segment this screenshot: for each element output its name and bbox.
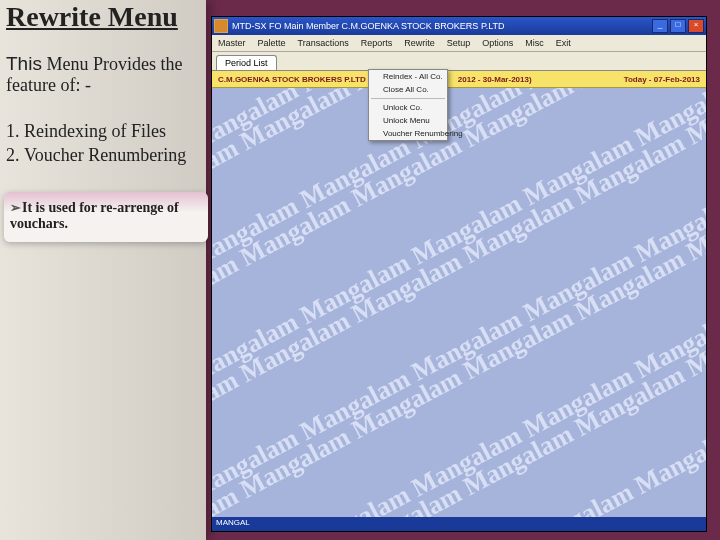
- menubar[interactable]: Master Palette Transactions Reports Rewr…: [212, 35, 706, 52]
- maximize-button[interactable]: □: [670, 19, 686, 33]
- app-screenshot: Mangalam Mangalam Mangalam Mangalam Mang…: [211, 16, 707, 532]
- menuitem-unlock-co[interactable]: Unlock Co.: [369, 101, 447, 114]
- bullet-arrow-icon: ➢: [10, 200, 21, 215]
- feature-list: Reindexing of Files Voucher Renumbering: [6, 121, 198, 165]
- menu-separator: [371, 98, 445, 99]
- minimize-button[interactable]: _: [652, 19, 668, 33]
- status-text: MANGAL: [216, 518, 250, 527]
- menuitem-unlock-menu[interactable]: Unlock Menu: [369, 114, 447, 127]
- menu-palette[interactable]: Palette: [252, 38, 292, 48]
- menuitem-voucher-renumbering[interactable]: Voucher Renumbering: [369, 127, 447, 140]
- close-button[interactable]: ×: [688, 19, 704, 33]
- callout-box: ➢It is used for re-arrenge of vouchars.: [4, 192, 208, 242]
- menu-misc[interactable]: Misc: [519, 38, 550, 48]
- intro-this: This: [6, 53, 42, 74]
- app-icon: [214, 19, 228, 33]
- menu-transactions[interactable]: Transactions: [292, 38, 355, 48]
- tab-bar: Period List: [212, 52, 706, 71]
- status-bar: MANGAL: [212, 517, 706, 531]
- info-company: C.M.GOENKA STOCK BROKERS P.LTD: [218, 75, 366, 84]
- feature-item-2: Voucher Renumbering: [24, 145, 198, 166]
- info-period: 2012 - 30-Mar-2013): [458, 75, 532, 84]
- menu-setup[interactable]: Setup: [441, 38, 477, 48]
- window-title: MTD-SX FO Main Member C.M.GOENKA STOCK B…: [232, 21, 505, 31]
- window-titlebar[interactable]: MTD-SX FO Main Member C.M.GOENKA STOCK B…: [212, 17, 706, 35]
- intro-text: This Menu Provides the feature of: -: [6, 53, 198, 96]
- info-bar: C.M.GOENKA STOCK BROKERS P.LTD 2012 - 30…: [212, 71, 706, 88]
- tab-period-list[interactable]: Period List: [216, 55, 277, 70]
- info-today: Today - 07-Feb-2013: [624, 75, 700, 84]
- menu-options[interactable]: Options: [476, 38, 519, 48]
- menu-exit[interactable]: Exit: [550, 38, 577, 48]
- menuitem-reindex-all[interactable]: Reindex - All Co.: [369, 70, 447, 83]
- callout-text: It is used for re-arrenge of vouchars.: [10, 200, 179, 231]
- slide-title: Rewrite Menu: [6, 0, 198, 33]
- menu-master[interactable]: Master: [212, 38, 252, 48]
- watermark: Mangalam Mangalam Mangalam Mangalam Mang…: [212, 17, 706, 531]
- menuitem-close-all[interactable]: Close All Co.: [369, 83, 447, 96]
- menu-rewrite[interactable]: Rewrite: [398, 38, 441, 48]
- rewrite-dropdown[interactable]: Reindex - All Co. Close All Co. Unlock C…: [368, 69, 448, 141]
- menu-reports[interactable]: Reports: [355, 38, 399, 48]
- feature-item-1: Reindexing of Files: [24, 121, 198, 142]
